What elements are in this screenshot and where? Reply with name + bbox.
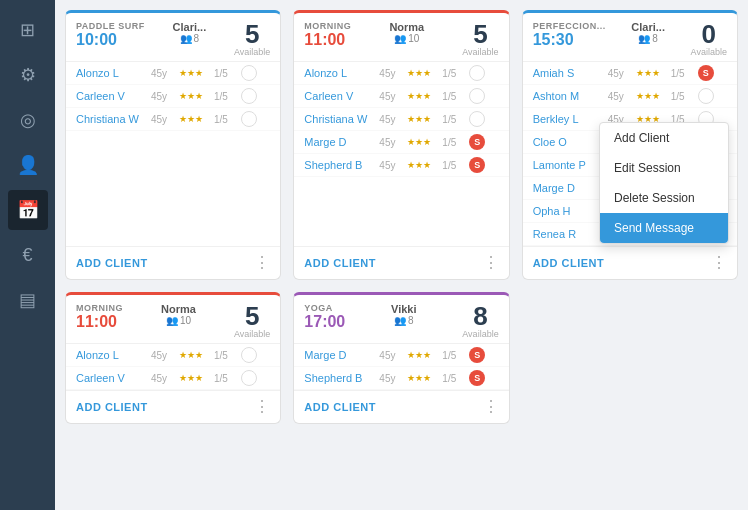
client-row: Ashton M45y★★★1/5 (523, 85, 737, 108)
client-row: Amiah S45y★★★1/5S (523, 62, 737, 85)
client-row: Alonzo L45y★★★1/5 (66, 62, 280, 85)
client-circle (469, 88, 485, 104)
client-age: 45y (151, 114, 179, 125)
add-client-button[interactable]: ADD CLIENT (76, 401, 148, 413)
card-available-label: Available (234, 329, 270, 339)
client-name: Carleen V (76, 90, 151, 102)
card-available-count: 5 (245, 21, 259, 47)
card-participants: 👥 8 (638, 33, 658, 44)
card-footer: ADD CLIENT⋮ (294, 246, 508, 279)
client-name: Alonzo L (76, 349, 151, 361)
client-row: Shepherd B45y★★★1/5S (294, 154, 508, 177)
card-time: 11:00 (76, 313, 123, 331)
client-stars: ★★★ (179, 350, 214, 360)
client-stars: ★★★ (179, 91, 214, 101)
add-client-button[interactable]: ADD CLIENT (533, 257, 605, 269)
add-client-button[interactable]: ADD CLIENT (304, 401, 376, 413)
client-name: Marge D (304, 136, 379, 148)
card-available-count: 0 (702, 21, 716, 47)
card-body: Alonzo L45y★★★1/5Carleen V45y★★★1/5 (66, 344, 280, 390)
more-options-button[interactable]: ⋮ (711, 255, 727, 271)
card-available-label: Available (234, 47, 270, 57)
client-stars: ★★★ (407, 114, 442, 124)
client-score: 1/5 (214, 91, 239, 102)
client-row: Carleen V45y★★★1/5 (66, 85, 280, 108)
card-header: PADDLE SURF10:00Clari...👥 85Available (66, 13, 280, 62)
users-icon[interactable]: 👤 (8, 145, 48, 185)
client-circle (698, 88, 714, 104)
card-available-label: Available (462, 47, 498, 57)
card-type: MORNING (76, 303, 123, 313)
card-count-block: 8Available (462, 303, 498, 339)
client-circle (469, 65, 485, 81)
grid-icon[interactable]: ⊞ (8, 10, 48, 50)
session-card-3: Add ClientEdit SessionDelete SessionSend… (522, 10, 738, 280)
calendar-icon[interactable]: 📅 (8, 190, 48, 230)
card-header-center: Clari...👥 8 (173, 21, 207, 44)
client-circle (241, 88, 257, 104)
more-options-button[interactable]: ⋮ (254, 399, 270, 415)
client-stars: ★★★ (407, 91, 442, 101)
client-name: Shepherd B (304, 372, 379, 384)
dropdown-menu: Add ClientEdit SessionDelete SessionSend… (599, 122, 729, 244)
card-header: MORNING11:00Norma👥 105Available (66, 295, 280, 344)
dropdown-item-add-client[interactable]: Add Client (600, 123, 728, 153)
add-client-button[interactable]: ADD CLIENT (76, 257, 148, 269)
card-available-count: 5 (473, 21, 487, 47)
client-badge: S (469, 347, 485, 363)
client-name: Christiana W (76, 113, 151, 125)
more-options-button[interactable]: ⋮ (483, 399, 499, 415)
more-options-button[interactable]: ⋮ (254, 255, 270, 271)
client-stars: ★★★ (179, 114, 214, 124)
card-count-block: 0Available (691, 21, 727, 57)
card-header-left: MORNING11:00 (76, 303, 123, 331)
card-type: PADDLE SURF (76, 21, 145, 31)
client-score: 1/5 (442, 160, 467, 171)
client-row: Shepherd B45y★★★1/5S (294, 367, 508, 390)
card-available-label: Available (462, 329, 498, 339)
session-card-1: PADDLE SURF10:00Clari...👥 85AvailableAlo… (65, 10, 281, 280)
card-instructor: Vikki (391, 303, 417, 315)
client-age: 45y (379, 68, 407, 79)
location-icon[interactable]: ◎ (8, 100, 48, 140)
card-header-left: PADDLE SURF10:00 (76, 21, 145, 49)
sidebar: ⊞ ⚙ ◎ 👤 📅 € ▤ (0, 0, 55, 510)
dropdown-item-delete-session[interactable]: Delete Session (600, 183, 728, 213)
client-age: 45y (151, 373, 179, 384)
card-body: Alonzo L45y★★★1/5Carleen V45y★★★1/5Chris… (66, 62, 280, 246)
card-footer: ADD CLIENT⋮ (66, 246, 280, 279)
client-score: 1/5 (214, 68, 239, 79)
card-type: PERFECCION... (533, 21, 606, 31)
client-stars: ★★★ (636, 91, 671, 101)
client-name: Alonzo L (76, 67, 151, 79)
client-score: 1/5 (442, 91, 467, 102)
client-badge: S (469, 157, 485, 173)
client-row: Alonzo L45y★★★1/5 (294, 62, 508, 85)
client-age: 45y (608, 91, 636, 102)
euro-icon[interactable]: € (8, 235, 48, 275)
client-badge: S (469, 134, 485, 150)
card-footer: ADD CLIENT⋮ (523, 246, 737, 279)
client-name: Amiah S (533, 67, 608, 79)
client-name: Lamonte P (533, 159, 608, 171)
card-header: YOGA17:00Vikki👥 88Available (294, 295, 508, 344)
image-icon[interactable]: ▤ (8, 280, 48, 320)
settings-icon[interactable]: ⚙ (8, 55, 48, 95)
card-time: 15:30 (533, 31, 606, 49)
dropdown-item-send-message[interactable]: Send Message (600, 213, 728, 243)
session-card-4: MORNING11:00Norma👥 105AvailableAlonzo L4… (65, 292, 281, 424)
card-instructor: Clari... (631, 21, 665, 33)
client-row: Marge D45y★★★1/5S (294, 131, 508, 154)
client-name: Marge D (533, 182, 608, 194)
card-count-block: 5Available (462, 21, 498, 57)
card-header-center: Norma👥 10 (389, 21, 424, 44)
dropdown-item-edit-session[interactable]: Edit Session (600, 153, 728, 183)
client-name: Carleen V (76, 372, 151, 384)
more-options-button[interactable]: ⋮ (483, 255, 499, 271)
client-score: 1/5 (442, 114, 467, 125)
client-row: Carleen V45y★★★1/5 (66, 367, 280, 390)
card-available-label: Available (691, 47, 727, 57)
card-footer: ADD CLIENT⋮ (66, 390, 280, 423)
add-client-button[interactable]: ADD CLIENT (304, 257, 376, 269)
main-content: PADDLE SURF10:00Clari...👥 85AvailableAlo… (55, 0, 748, 510)
